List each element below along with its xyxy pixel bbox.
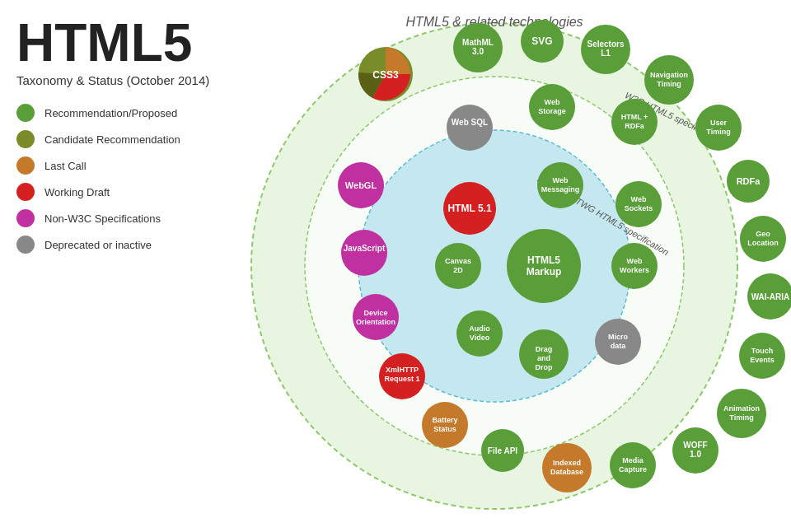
animation-timing-label: Animation [723,404,760,413]
svg-text:Events: Events [750,356,775,364]
html-rdfa-label: HTML + [621,113,648,121]
legend-label: Last Call [44,160,87,172]
svg-text:and: and [537,354,550,362]
file-api-label: File API [488,446,518,455]
device-orientation-bubble [353,294,399,340]
main-title: HTML5 [16,16,214,69]
nav-timing-label: Navigation [650,71,688,79]
legend-item: Last Call [16,156,214,175]
svg-text:Status: Status [433,425,456,433]
svg-text:L1: L1 [601,49,611,58]
svg-text:Location: Location [747,239,779,247]
html5-markup-label: HTML5 [527,254,560,266]
indexed-db-label: Indexed [553,459,581,467]
svg-text:RDFa: RDFa [625,122,644,130]
css3-bubble: CSS3 [358,47,413,101]
javascript-label: JavaScript [344,244,386,253]
svg-text:Sockets: Sockets [625,204,653,212]
svg-text:data: data [611,342,627,350]
left-panel: HTML5 Taxonomy & Status (October 2014) R… [0,0,231,278]
svg-text:Timing: Timing [706,128,730,136]
svg-text:Capture: Capture [619,465,647,474]
geo-location-label: Geo [756,230,770,238]
legend-label: Recommendation/Proposed [44,107,177,119]
svg-text:Timing: Timing [657,80,681,88]
legend-label: Non-W3C Specifications [44,212,161,225]
webgl-label: WebGL [345,180,377,190]
legend-item: Working Draft [16,183,214,201]
legend-label: Deprecated or inactive [44,239,152,251]
legend-dot [16,183,35,201]
web-sql-bubble [447,105,493,151]
svg-text:Timing: Timing [729,413,753,422]
media-capture-label: Media [622,456,644,464]
user-timing-label: User [710,119,728,127]
xmlhttp-label: XmlHTTP [386,366,419,374]
battery-status-label: Battery [432,416,457,424]
woff-label: WOFF [683,441,707,450]
audio-video-label: Audio [469,324,490,333]
svg-text:2D: 2D [453,266,463,274]
canvas-2d-label: Canvas [445,257,471,265]
legend-label: Working Draft [44,186,110,198]
web-sockets-label: Web [631,195,647,203]
legend-item: Deprecated or inactive [16,236,214,254]
svg-text:Request 1: Request 1 [384,375,419,383]
microdata-label: Micro [608,333,629,341]
web-workers-label: Web [627,257,643,265]
mathml-label: MathML [462,38,494,47]
svg-text:Storage: Storage [538,107,566,115]
web-messaging-label: Web [553,176,569,184]
web-sql-label: Web SQL [452,118,488,127]
svg-text:CSS3: CSS3 [372,69,399,81]
legend: Recommendation/Proposed Candidate Recomm… [16,104,214,254]
subtitle: Taxonomy & Status (October 2014) [16,73,214,87]
legend-label: Candidate Recommendation [44,133,180,146]
legend-dot [16,156,35,175]
drag-drop-label: Drag [536,345,553,353]
selectors-label: Selectors [587,40,624,49]
svg-text:Video: Video [470,334,490,342]
legend-dot [16,209,35,227]
svg-text:Drop: Drop [536,363,553,371]
rdfa-label: RDFa [737,176,761,186]
device-orientation-label: Device [363,309,387,317]
legend-item: Candidate Recommendation [16,130,214,148]
wai-aria-label: WAI-ARIA [751,292,790,301]
touch-events-label: Touch [751,347,773,355]
svg-label: SVG [531,35,552,47]
svg-text:3.0: 3.0 [472,47,484,56]
diagram-svg: HTML5 & related technologies W3C HTML5 s… [198,0,791,532]
legend-dot [16,104,35,122]
svg-text:Markup: Markup [527,266,562,278]
legend-item: Non-W3C Specifications [16,209,214,227]
svg-text:Database: Database [550,468,583,476]
svg-text:Orientation: Orientation [356,318,396,326]
html51-label: HTML 5.1 [447,203,491,214]
svg-text:1.0: 1.0 [690,450,701,459]
legend-dot [16,236,35,254]
web-storage-label: Web [545,98,560,106]
legend-dot [16,130,35,148]
legend-item: Recommendation/Proposed [16,104,214,122]
diagram-area: HTML5 & related technologies W3C HTML5 s… [198,0,791,532]
svg-text:Workers: Workers [620,266,649,274]
javascript-bubble [341,230,387,276]
svg-text:Messaging: Messaging [541,185,580,194]
